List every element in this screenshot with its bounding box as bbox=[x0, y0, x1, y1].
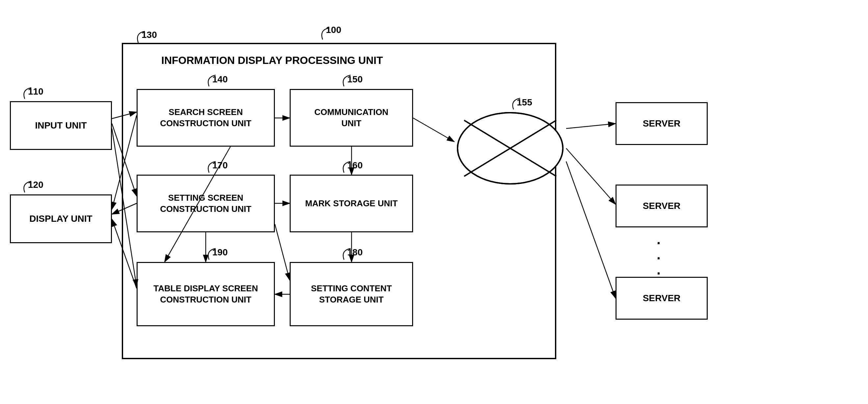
communication-unit-block: COMMUNICATIONUNIT bbox=[290, 89, 413, 147]
label-120: 120 bbox=[28, 180, 43, 190]
server2-label: SERVER bbox=[643, 200, 681, 212]
input-unit-block: INPUT UNIT bbox=[10, 101, 112, 150]
server2-block: SERVER bbox=[616, 184, 708, 227]
label-155: 155 bbox=[517, 97, 532, 108]
display-unit-block: DISPLAY UNIT bbox=[10, 195, 112, 243]
setting-content-block: SETTING CONTENTSTORAGE UNIT bbox=[290, 262, 413, 326]
label-160: 160 bbox=[347, 160, 363, 171]
table-display-block: TABLE DISPLAY SCREENCONSTRUCTION UNIT bbox=[136, 262, 275, 326]
label-110: 110 bbox=[28, 86, 43, 97]
setting-screen-label: SETTING SCREENCONSTRUCTION UNIT bbox=[160, 193, 251, 215]
server3-label: SERVER bbox=[643, 292, 681, 304]
communication-unit-label: COMMUNICATIONUNIT bbox=[314, 107, 389, 129]
svg-line-19 bbox=[566, 123, 616, 128]
setting-screen-block: SETTING SCREENCONSTRUCTION UNIT bbox=[136, 175, 275, 232]
search-screen-block: SEARCH SCREENCONSTRUCTION UNIT bbox=[136, 89, 275, 147]
server1-label: SERVER bbox=[643, 118, 681, 129]
svg-line-20 bbox=[566, 148, 616, 204]
server1-block: SERVER bbox=[616, 102, 708, 145]
label-130: 130 bbox=[142, 30, 157, 40]
label-150: 150 bbox=[347, 74, 363, 85]
label-190: 190 bbox=[212, 247, 228, 258]
server3-block: SERVER bbox=[616, 277, 708, 320]
diagram: 100 130 INFORMATION DISPLAY PROCESSING U… bbox=[0, 0, 868, 404]
mark-storage-block: MARK STORAGE UNIT bbox=[290, 175, 413, 232]
label-100: 100 bbox=[326, 25, 341, 35]
dots: ··· bbox=[657, 236, 661, 281]
mark-storage-label: MARK STORAGE UNIT bbox=[305, 198, 398, 209]
input-unit-label: INPUT UNIT bbox=[35, 120, 87, 132]
setting-content-label: SETTING CONTENTSTORAGE UNIT bbox=[311, 283, 392, 306]
svg-line-21 bbox=[566, 162, 616, 298]
table-display-label: TABLE DISPLAY SCREENCONSTRUCTION UNIT bbox=[153, 283, 258, 306]
search-screen-label: SEARCH SCREENCONSTRUCTION UNIT bbox=[160, 107, 251, 129]
label-170: 170 bbox=[212, 160, 228, 171]
display-unit-label: DISPLAY UNIT bbox=[29, 213, 92, 225]
processing-unit-title: INFORMATION DISPLAY PROCESSING UNIT bbox=[161, 54, 383, 66]
label-140: 140 bbox=[212, 74, 228, 85]
label-180: 180 bbox=[347, 247, 363, 258]
